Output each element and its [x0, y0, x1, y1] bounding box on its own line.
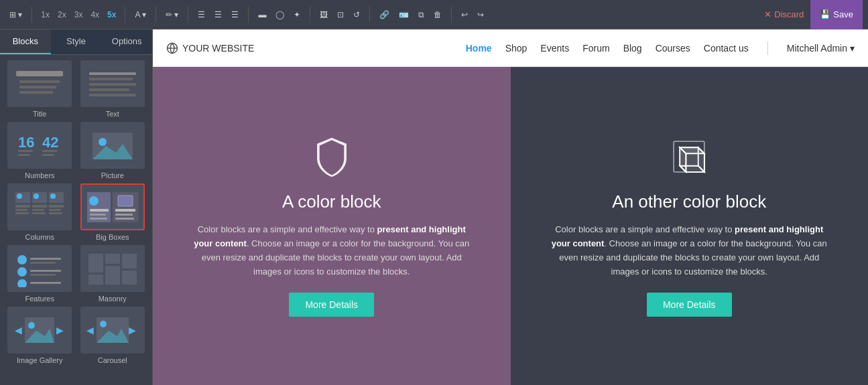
- save-icon: 💾: [820, 9, 830, 19]
- svg-rect-42: [115, 218, 134, 220]
- media-group: 🖼 ⊡ ↺: [316, 7, 364, 22]
- sidebar-item-title[interactable]: Title: [5, 60, 74, 118]
- align-center-button[interactable]: ☰: [210, 7, 226, 22]
- nav-events[interactable]: Events: [540, 43, 569, 54]
- redo-button[interactable]: ↪: [473, 7, 488, 22]
- left-more-details-button[interactable]: More Details: [289, 293, 374, 317]
- sidebar-item-text[interactable]: Text: [78, 60, 147, 118]
- right-more-details-button[interactable]: More Details: [647, 293, 732, 317]
- svg-rect-44: [30, 258, 61, 260]
- refresh-button[interactable]: ↺: [349, 7, 364, 22]
- big-boxes-thumb: [80, 183, 145, 230]
- shield-icon: [310, 135, 353, 178]
- rect-button[interactable]: ▬: [254, 7, 270, 22]
- copy-button[interactable]: ⧉: [414, 7, 428, 22]
- color-block-right: An other color block Color blocks are a …: [511, 67, 869, 385]
- link-group: 🔗 🪪 ⧉ 🗑: [375, 7, 446, 22]
- zoom-5x[interactable]: 5x: [104, 9, 119, 21]
- svg-text:▶: ▶: [129, 325, 136, 335]
- sidebar-item-columns[interactable]: Columns: [5, 183, 74, 241]
- numbers-thumb: 16 42: [7, 122, 72, 169]
- preview-area: YOUR WEBSITE Home Shop Events Forum Blog…: [153, 29, 868, 385]
- trash-button[interactable]: 🗑: [430, 7, 446, 22]
- svg-rect-20: [15, 205, 30, 208]
- add-button[interactable]: ⊞ ▾: [5, 7, 26, 22]
- picture-label: Picture: [101, 171, 124, 179]
- id-button[interactable]: 🪪: [395, 7, 413, 22]
- image-gallery-label: Image Gallery: [17, 356, 62, 364]
- tab-style[interactable]: Style: [51, 29, 102, 54]
- right-block-text: Color blocks are a simple and effective …: [551, 223, 828, 279]
- svg-rect-2: [19, 86, 56, 88]
- numbers-label: Numbers: [25, 171, 55, 179]
- nav-shop[interactable]: Shop: [505, 43, 528, 54]
- save-button[interactable]: 💾 Save: [810, 0, 863, 29]
- svg-rect-3: [19, 91, 53, 94]
- svg-rect-25: [32, 205, 47, 208]
- svg-text:42: 42: [42, 134, 58, 151]
- sidebar-item-carousel[interactable]: ◀ ▶ Carousel: [78, 307, 147, 364]
- carousel-thumb: ◀ ▶: [80, 307, 145, 354]
- svg-point-49: [17, 279, 27, 287]
- toolbar-sep-2: [125, 7, 125, 23]
- undo-group: ↩ ↪: [457, 7, 488, 22]
- left-block-title: A color block: [282, 191, 381, 212]
- font-button[interactable]: A ▾: [131, 7, 150, 22]
- right-block-title: An other color block: [612, 191, 766, 212]
- sidebar-scroll: Title Text: [0, 55, 152, 385]
- sidebar-item-features[interactable]: Features: [5, 245, 74, 303]
- pen-button[interactable]: ✏ ▾: [162, 7, 182, 22]
- zoom-2x[interactable]: 2x: [54, 9, 70, 21]
- nav-separator: [767, 42, 768, 55]
- main-layout: Blocks Style Options Title: [0, 29, 868, 385]
- sidebar-item-picture[interactable]: Picture: [78, 122, 147, 179]
- sidebar-item-image-gallery[interactable]: ◀ ▶ Image Gallery: [5, 307, 74, 364]
- crop-button[interactable]: ⊡: [333, 7, 348, 22]
- logo-text: YOUR WEBSITE: [182, 43, 254, 54]
- svg-rect-39: [118, 196, 133, 206]
- star-button[interactable]: ✦: [290, 7, 304, 22]
- admin-link[interactable]: Mitchell Admin ▾: [787, 43, 855, 54]
- nav-forum[interactable]: Forum: [582, 43, 609, 54]
- nav-courses[interactable]: Courses: [656, 43, 690, 54]
- svg-rect-54: [105, 266, 120, 285]
- zoom-3x[interactable]: 3x: [71, 9, 86, 21]
- masonry-label: Masonry: [99, 295, 127, 303]
- sidebar-item-masonry[interactable]: Masonry: [78, 245, 147, 303]
- nav-home[interactable]: Home: [466, 43, 492, 54]
- svg-text:◀: ◀: [86, 325, 94, 335]
- svg-text:▶: ▶: [56, 325, 64, 335]
- svg-rect-21: [15, 209, 27, 211]
- svg-rect-14: [42, 154, 54, 156]
- zoom-4x[interactable]: 4x: [87, 9, 103, 21]
- admin-chevron-icon: ▾: [850, 43, 855, 54]
- sidebar-item-big-boxes[interactable]: Big Boxes: [78, 183, 147, 241]
- sidebar-item-numbers[interactable]: 16 42 Numbers: [5, 122, 74, 179]
- zoom-1x[interactable]: 1x: [38, 9, 53, 21]
- align-left-button[interactable]: ☰: [194, 7, 209, 22]
- align-right-button[interactable]: ☰: [227, 7, 243, 22]
- undo-button[interactable]: ↩: [457, 7, 472, 22]
- discard-button[interactable]: ✕ Discard: [757, 5, 810, 23]
- svg-rect-32: [49, 212, 62, 214]
- columns-thumb: [7, 183, 72, 230]
- nav-contact[interactable]: Contact us: [704, 43, 749, 54]
- features-thumb: [7, 245, 72, 292]
- link-button[interactable]: 🔗: [375, 7, 393, 22]
- nav-links: Home Shop Events Forum Blog Courses Cont…: [466, 42, 855, 55]
- picture-thumb: [80, 122, 145, 169]
- nav-blog[interactable]: Blog: [623, 43, 642, 54]
- svg-point-60: [28, 322, 35, 329]
- tab-options[interactable]: Options: [101, 29, 152, 54]
- tab-blocks[interactable]: Blocks: [0, 29, 51, 54]
- toolbar-right: ✕ Discard 💾 Save: [757, 0, 863, 29]
- image-button[interactable]: 🖼: [316, 7, 332, 22]
- circle-button[interactable]: ◯: [271, 7, 288, 22]
- svg-rect-55: [122, 254, 137, 268]
- sidebar: Blocks Style Options Title: [0, 29, 153, 385]
- svg-rect-5: [89, 78, 133, 80]
- admin-name: Mitchell Admin: [787, 43, 847, 54]
- svg-marker-74: [686, 154, 704, 172]
- svg-rect-11: [18, 150, 33, 152]
- website-logo: YOUR WEBSITE: [166, 42, 254, 54]
